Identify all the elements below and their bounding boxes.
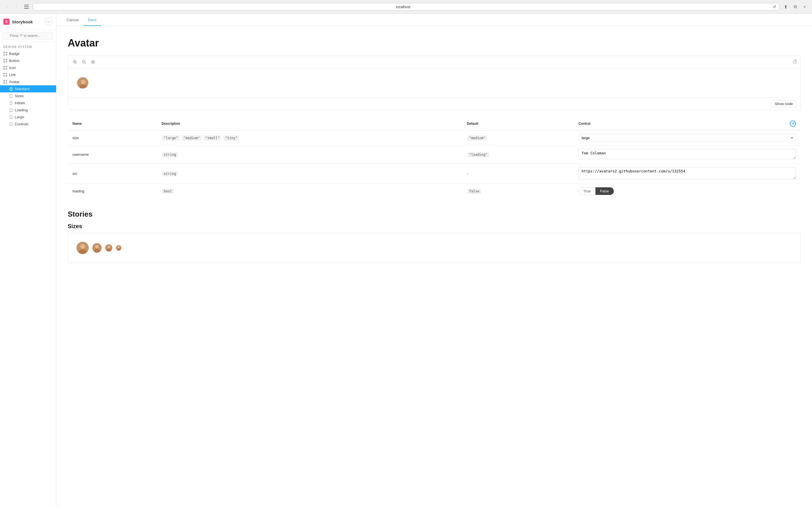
sidebar-toggle-button[interactable]: [22, 3, 31, 11]
svg-point-23: [80, 244, 85, 249]
svg-rect-0: [24, 5, 29, 5]
sidebar-item-label-large: Large: [15, 115, 24, 119]
username-input[interactable]: Tom Coleman: [578, 149, 796, 159]
tabs-bar: Canvas Docs: [56, 14, 812, 26]
size-select[interactable]: large medium small tiny: [578, 134, 796, 142]
prop-default-loading: false: [462, 184, 574, 199]
docs-content: Avatar: [56, 26, 812, 507]
zoom-out-button[interactable]: [80, 58, 88, 66]
forward-button[interactable]: ›: [12, 3, 20, 11]
preview-tools: [71, 58, 97, 66]
src-input[interactable]: https://avatars2.githubusercontent.com/u…: [578, 167, 796, 179]
address-text: localhost: [36, 5, 770, 9]
preview-box: Show code: [68, 56, 801, 110]
table-row: size "large" "medium" "small" "tiny" "me…: [68, 130, 801, 146]
sidebar-item-badge[interactable]: Badge: [0, 50, 56, 57]
bool-controls: True False: [578, 187, 796, 195]
reset-zoom-button[interactable]: [89, 58, 97, 66]
sidebar-section-label: DESIGN SYSTEM: [0, 42, 56, 50]
table-row: src string - https://avatars2.githubuser…: [68, 164, 801, 184]
sidebar-item-standard[interactable]: Standard: [0, 86, 56, 93]
address-bar: localhost ↺: [33, 3, 779, 10]
brand-icon: S: [3, 18, 10, 25]
sidebar-brand: S Storybook: [3, 18, 33, 25]
story-icon: [9, 94, 13, 98]
search-input[interactable]: [3, 32, 53, 40]
svg-rect-7: [10, 102, 12, 105]
tab-canvas[interactable]: Canvas: [62, 14, 84, 26]
svg-point-20: [81, 80, 86, 84]
bool-true-button[interactable]: True: [578, 187, 596, 195]
prop-control-loading: True False: [574, 184, 801, 199]
share-button[interactable]: ⬆: [781, 3, 790, 11]
col-control: Control ↺: [574, 117, 801, 130]
sidebar-item-button[interactable]: Button: [0, 57, 56, 64]
sidebar-item-controls[interactable]: Controls: [0, 121, 56, 128]
reload-button[interactable]: ↺: [773, 4, 776, 9]
new-tab-button[interactable]: ＋: [801, 3, 809, 11]
main-content: Canvas Docs Avatar: [56, 14, 812, 507]
preview-footer: Show code: [68, 98, 801, 110]
sidebar-item-label-badge: Badge: [9, 52, 20, 56]
sidebar-item-icon[interactable]: Icon: [0, 64, 56, 71]
sizes-preview-box: [68, 233, 801, 263]
sidebar-header: S Storybook ···: [0, 14, 56, 30]
prop-desc-size: "large" "medium" "small" "tiny": [157, 130, 462, 146]
sidebar-item-link[interactable]: Link: [0, 71, 56, 78]
sidebar-item-label-sizes: Sizes: [15, 94, 24, 98]
new-window-button[interactable]: ⧉: [791, 3, 799, 11]
sidebar-item-label-standard: Standard: [15, 87, 30, 91]
avatar-medium: [92, 243, 102, 252]
sidebar-item-label-link: Link: [9, 73, 16, 77]
tab-docs[interactable]: Docs: [84, 14, 101, 26]
sidebar-item-label-avatar: Avatar: [9, 80, 19, 84]
prop-default-username: "loading": [462, 146, 574, 164]
zoom-in-button[interactable]: [71, 58, 79, 66]
story-icon: [9, 87, 13, 91]
avatar-tiny: [116, 245, 121, 251]
sidebar-item-label-button: Button: [9, 59, 20, 63]
sidebar: S Storybook ··· 🔍 DESIGN SYSTEM Badge Bu…: [0, 14, 56, 507]
preview-toolbar: [68, 56, 801, 68]
grid-icon: [3, 80, 7, 84]
prop-control-src: https://avatars2.githubusercontent.com/u…: [574, 164, 801, 184]
svg-rect-9: [10, 116, 12, 119]
props-table: Name Description Default Control ↺ size: [68, 117, 801, 199]
brand-letter: S: [5, 20, 8, 24]
prop-desc-loading: bool: [157, 184, 462, 199]
sidebar-item-initials[interactable]: Initials: [0, 100, 56, 107]
avatar-large: [77, 242, 89, 254]
search-box: 🔍: [0, 30, 56, 42]
sidebar-item-large[interactable]: Large: [0, 114, 56, 121]
sizes-subtitle: Sizes: [68, 223, 801, 230]
browser-actions: ⬆ ⧉ ＋: [781, 3, 809, 11]
sidebar-item-sizes[interactable]: Sizes: [0, 93, 56, 100]
show-code-button[interactable]: Show code: [770, 100, 797, 108]
svg-rect-6: [10, 95, 12, 98]
back-button[interactable]: ‹: [3, 3, 11, 11]
svg-point-26: [95, 245, 99, 248]
prop-name-loading: loading: [68, 184, 157, 199]
prop-name-username: username: [68, 146, 157, 164]
more-menu-button[interactable]: ···: [45, 18, 53, 25]
preview-share-button[interactable]: [793, 59, 797, 65]
avatar-preview: [77, 76, 89, 89]
sidebar-item-loading[interactable]: Loading: [0, 107, 56, 114]
svg-rect-8: [10, 109, 12, 112]
grid-icon: [3, 52, 7, 56]
reset-controls-button[interactable]: ↺: [790, 121, 796, 127]
sidebar-item-avatar[interactable]: Avatar: [0, 78, 56, 86]
bool-false-button[interactable]: False: [596, 187, 614, 195]
sidebar-item-label-loading: Loading: [15, 108, 28, 112]
sidebar-item-label-initials: Initials: [15, 101, 25, 105]
prop-control-username: Tom Coleman: [574, 146, 801, 164]
svg-rect-1: [24, 6, 29, 7]
story-icon: [9, 115, 13, 119]
stories-title: Stories: [68, 210, 801, 219]
app-layout: S Storybook ··· 🔍 DESIGN SYSTEM Badge Bu…: [0, 14, 812, 507]
avatar-small: [105, 244, 112, 251]
svg-line-12: [76, 63, 77, 64]
sidebar-item-label-icon: Icon: [9, 66, 16, 70]
grid-icon: [3, 73, 7, 77]
table-row: loading bool false True False: [68, 184, 801, 199]
